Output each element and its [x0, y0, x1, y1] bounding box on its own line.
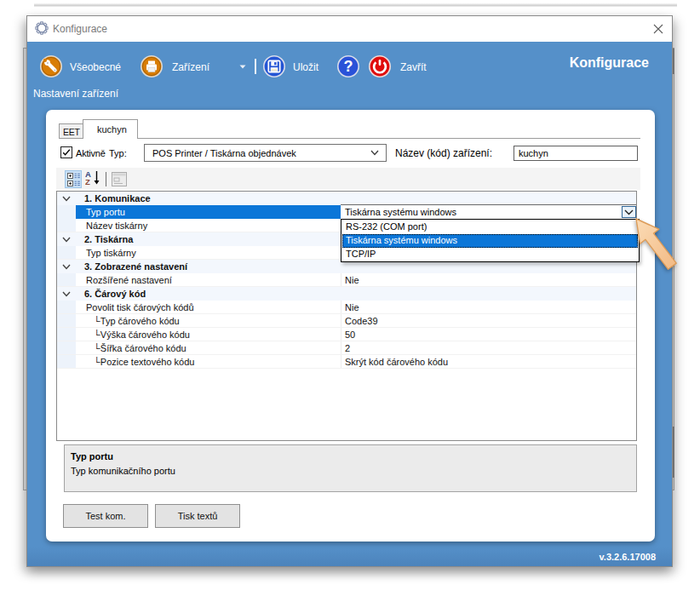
svg-text:Z: Z	[85, 177, 90, 186]
svg-text:?: ?	[344, 58, 353, 75]
